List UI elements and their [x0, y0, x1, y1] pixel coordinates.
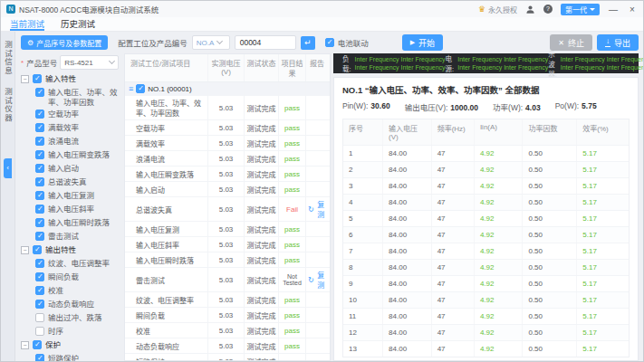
test-row[interactable]: ≡ 校准 5.03 测试完成 pass ↻: [125, 323, 330, 338]
tree-item[interactable]: − 满载效率: [21, 122, 119, 136]
tree-item[interactable]: − 输入电压瞬时跌落: [21, 217, 119, 231]
tree-item-checkbox[interactable]: [35, 218, 44, 227]
tree-item-checkbox[interactable]: [35, 164, 44, 173]
cell-iin: 4.92: [475, 292, 524, 308]
linkage-checkbox-row[interactable]: 电池联动: [325, 37, 369, 48]
product-config-button[interactable]: ⚙ 产品序号及参数配置: [21, 35, 108, 50]
test-row[interactable]: ≡ 输入电压瞬时跌落 5.03 测试完成 pass: [125, 252, 330, 268]
version-button[interactable]: 第一代: [561, 4, 600, 15]
collapse-sidebar-handle[interactable]: ‹: [4, 158, 12, 178]
tree-item-checkbox[interactable]: [35, 232, 44, 241]
tree-item[interactable]: − 空载功率: [21, 109, 119, 122]
test-row[interactable]: ≡ 动态负载响应 5.03 测试完成 pass: [125, 338, 330, 354]
collapse-minus-icon[interactable]: −: [21, 246, 29, 254]
tree-item[interactable]: − 输入特性: [21, 73, 119, 87]
side-tab-test-info[interactable]: 测试信息: [3, 41, 14, 75]
test-row[interactable]: ≡ 瞬间负载 5.03 测试完成 pass: [125, 308, 330, 323]
tree-item[interactable]: − 瞬间负载: [21, 272, 119, 285]
tree-item[interactable]: − 输入电压斜率: [21, 204, 119, 217]
linkage-checkbox[interactable]: [325, 38, 334, 47]
tree-item[interactable]: − 输出特性: [21, 244, 119, 258]
tree-item[interactable]: − 动态负载响应: [21, 299, 119, 312]
tree-item-checkbox[interactable]: [35, 123, 44, 132]
test-row[interactable]: ≡ NO.1 (00001) ↻: [125, 82, 330, 96]
help-icon[interactable]: ?: [543, 5, 553, 14]
start-button[interactable]: ▶ 开始: [402, 34, 443, 51]
tree-item[interactable]: − 浪涌电流: [21, 136, 119, 149]
tree-item-checkbox[interactable]: [35, 177, 44, 186]
test-row[interactable]: ≡ 纹波、电压调整率 5.03 测试完成 pass: [125, 292, 330, 308]
col-result: 项目结果: [279, 54, 306, 81]
serial-number-input[interactable]: 00004: [235, 35, 296, 50]
tree-item-checkbox[interactable]: [35, 354, 44, 361]
retest-button[interactable]: ↻ 复测: [308, 270, 326, 290]
test-row[interactable]: ≡ 总谐波失真 5.03 测试完成 Fail: [125, 197, 330, 222]
collapse-minus-icon[interactable]: −: [21, 75, 29, 83]
test-row[interactable]: ≡ 输入电压斜率 5.03 测试完成 pass: [125, 237, 330, 252]
tree-item[interactable]: − 总谐波失真: [21, 176, 119, 190]
tab-current-test[interactable]: 当前测试: [10, 17, 44, 31]
tree-item[interactable]: − 输入电压、功率、效率、功率因数: [21, 87, 119, 109]
tree-item-checkbox[interactable]: [33, 74, 42, 83]
tree-item-checkbox[interactable]: [35, 205, 44, 214]
measured-voltage: 5.03: [208, 252, 245, 267]
stat-value: 5.75: [582, 101, 597, 110]
cell-iin: 4.92: [475, 276, 524, 291]
retest-button[interactable]: ↻ 复测: [308, 199, 326, 219]
side-tab-test-instrument[interactable]: 测试仪器: [3, 88, 14, 122]
test-row[interactable]: ≡ 空载功率 5.03 测试完成 pass: [125, 120, 330, 136]
tree-item-checkbox[interactable]: [35, 110, 44, 119]
tree-item-checkbox[interactable]: [35, 88, 44, 97]
download-icon: ↓: [605, 38, 610, 47]
tree-item[interactable]: − 校准: [21, 285, 119, 299]
measured-voltage: [208, 82, 245, 95]
tab-history-test[interactable]: 历史测试: [61, 17, 95, 31]
tree-item[interactable]: − 输出过冲、跌落: [21, 312, 119, 326]
minimize-button[interactable]: —: [608, 5, 619, 14]
stat-item: Po(W): 5.75: [555, 101, 597, 112]
tree-item[interactable]: − 雷击测试: [21, 231, 119, 244]
tree-item-checkbox[interactable]: [35, 313, 44, 322]
tree-item[interactable]: − 输入电压复测: [21, 190, 119, 204]
export-label: 导出: [614, 37, 630, 49]
tree-item-checkbox[interactable]: [33, 245, 42, 254]
tree-item[interactable]: − 短路保护: [21, 353, 119, 361]
user-icon[interactable]: [525, 5, 535, 14]
tree-item[interactable]: − 输入启动: [21, 163, 119, 176]
tree-item-checkbox[interactable]: [35, 327, 44, 336]
test-item-name: 输入电压斜率: [136, 240, 179, 250]
instrument-value: Inter Frequency Inter Frequency: [355, 55, 446, 63]
collapse-minus-icon[interactable]: −: [21, 341, 29, 349]
product-model-select[interactable]: RS-4521: [60, 55, 119, 70]
test-row[interactable]: ≡ 短路保护 5.03 测试完成 pass: [125, 354, 330, 361]
tree-item-checkbox[interactable]: [35, 259, 44, 268]
tree-item-checkbox[interactable]: [35, 272, 44, 281]
tree-item[interactable]: − 时序: [21, 326, 119, 339]
col-power-factor: 功率因数: [523, 119, 577, 145]
tree-item-checkbox[interactable]: [35, 150, 44, 159]
col-input-voltage: 输入电压(V): [383, 119, 432, 145]
test-row[interactable]: ≡ 雷击测试 5.03 测试完成 Not Tested: [125, 268, 330, 292]
tree-item-checkbox[interactable]: [35, 300, 44, 309]
tree-item-checkbox[interactable]: [33, 340, 42, 349]
tree-item[interactable]: − 保护: [21, 339, 119, 353]
test-status: 测试完成: [245, 308, 279, 322]
enter-button[interactable]: ↵: [301, 36, 315, 50]
test-row[interactable]: ≡ 浪涌电流 5.03 测试完成 pass: [125, 151, 330, 167]
tree-item[interactable]: − 输入电压瞬变跌落: [21, 149, 119, 163]
test-row[interactable]: ≡ 输入启动 5.03 测试完成 pass: [125, 182, 330, 197]
test-row[interactable]: ≡ 输入电压、功率、效率、功率因数 5.03 测试完成 pass: [125, 96, 330, 120]
group-checkbox[interactable]: [136, 84, 145, 93]
tree-item-checkbox[interactable]: [35, 137, 44, 146]
test-row[interactable]: ≡ 输入电压复测 5.03 测试完成 pass: [125, 222, 330, 237]
tree-item[interactable]: − 纹波、电压调整率: [21, 258, 119, 272]
test-row[interactable]: ≡ 满载效率 5.03 测试完成 pass: [125, 136, 330, 151]
tree-item-checkbox[interactable]: [35, 286, 44, 295]
result-row: 8 84.00 47 4.92 0.50 5.17: [343, 260, 629, 276]
col-frequency: 频率(Hz): [432, 119, 475, 145]
cell-efficiency: 5.17: [577, 146, 629, 161]
tree-item-checkbox[interactable]: [35, 191, 44, 200]
close-button[interactable]: ×: [627, 5, 638, 14]
station-select[interactable]: NO.A: [192, 35, 230, 50]
test-row[interactable]: ≡ 输入电压瞬变跌落 5.03 测试完成 pass: [125, 167, 330, 182]
